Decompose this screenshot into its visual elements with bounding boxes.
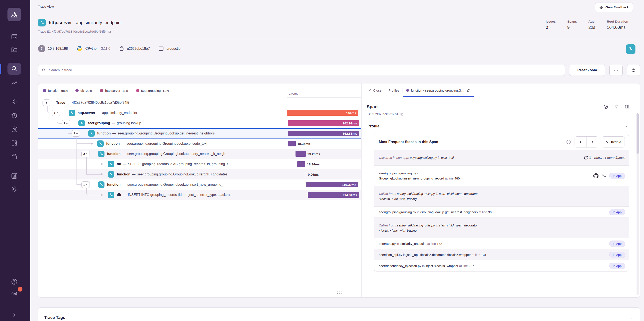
python-icon xyxy=(76,45,83,52)
give-feedback-button[interactable]: Give Feedback xyxy=(595,2,633,12)
drawer-scrollbar[interactable] xyxy=(636,113,639,295)
runtime-tag[interactable]: CPython3.11.0 xyxy=(76,45,110,52)
tree-connector xyxy=(76,154,82,154)
drawer-tab-bar: Close Profiles function - seer.grouping.… xyxy=(362,83,640,97)
show-more-frames-link[interactable]: Show 11 more frames xyxy=(594,156,625,159)
prev-stack-button[interactable] xyxy=(575,137,586,147)
tab-span-active[interactable]: function - seer.grouping.grouping.G… xyxy=(403,83,474,97)
open-profile-button[interactable]: Profile xyxy=(602,136,625,147)
reset-zoom-button[interactable]: Reset Zoom xyxy=(569,65,605,76)
github-icon[interactable] xyxy=(593,173,598,178)
project-avatar xyxy=(108,192,114,198)
close-drawer-button[interactable]: Close xyxy=(364,83,385,97)
sidebar xyxy=(0,0,30,321)
children-count-chip[interactable]: 1 xyxy=(62,120,70,126)
span-details-drawer: Close Profiles function - seer.grouping.… xyxy=(361,83,640,297)
stack-frame-called-from[interactable]: Called from: sentry_sdk/tracing_utils.py… xyxy=(374,218,628,238)
leaf-dot xyxy=(101,194,102,196)
environment-tag[interactable]: production xyxy=(158,46,182,51)
span-row[interactable]: 1 http.server—app.similarity_endpoint 16… xyxy=(38,108,361,118)
stat-value: 9 xyxy=(567,25,577,30)
dashboards-layout-icon[interactable] xyxy=(8,137,21,149)
stack-frame[interactable]: seer/app.py in similarity_endpoint at li… xyxy=(374,238,628,249)
performance-zigzag-icon[interactable] xyxy=(8,78,21,90)
pin-icon[interactable] xyxy=(466,88,471,92)
copy-icon[interactable] xyxy=(107,29,111,33)
in-app-badge: In App xyxy=(609,209,625,215)
issues-inbox-icon[interactable] xyxy=(8,31,21,43)
sentry-logo-icon[interactable] xyxy=(8,8,21,21)
tree-connector xyxy=(76,143,92,144)
copy-icon[interactable] xyxy=(400,112,404,116)
search-input[interactable] xyxy=(48,68,561,72)
children-count-chip[interactable]: 1 xyxy=(52,110,60,116)
replays-clock-icon[interactable] xyxy=(8,110,21,122)
trace-settings-gear-button[interactable] xyxy=(627,65,640,76)
feedback-megaphone-icon[interactable] xyxy=(8,96,21,108)
ip-tag[interactable]: ?10.5.168.198 xyxy=(38,45,68,52)
stat-value: 164.00ms xyxy=(607,25,628,30)
help-icon[interactable] xyxy=(8,276,21,288)
explore-folder-icon[interactable] xyxy=(8,43,21,55)
stack-frame[interactable]: seer/json_api.py in json_api.<locals>.de… xyxy=(374,249,628,260)
seer-claw-icon[interactable] xyxy=(602,174,606,178)
release-tag[interactable]: a2622dbe18e7 xyxy=(119,46,150,51)
stat-label: Root Duration xyxy=(607,20,628,23)
project-avatar xyxy=(78,120,85,126)
more-options-button[interactable] xyxy=(610,65,623,76)
funnel-icon[interactable] xyxy=(614,104,619,109)
sidebar-expand-chevron-icon[interactable] xyxy=(8,309,21,321)
duration-bar[interactable]: 114.31ms xyxy=(308,192,359,198)
stats-chart-icon[interactable] xyxy=(8,170,21,182)
search-icon[interactable] xyxy=(8,63,21,75)
project-avatar-small[interactable] xyxy=(626,44,636,54)
duration-bar[interactable]: 119.30ms xyxy=(306,182,358,187)
chevron-up-icon[interactable] xyxy=(628,317,633,321)
package-icon xyxy=(119,46,124,51)
children-count-chip[interactable]: 2 xyxy=(82,151,90,157)
panel-drag-handle[interactable] xyxy=(337,292,342,294)
project-avatar xyxy=(68,110,75,116)
duration-bar[interactable]: 164ms xyxy=(287,110,358,116)
settings-gear-icon[interactable] xyxy=(8,183,21,195)
tree-connector xyxy=(48,106,52,113)
in-app-badge: In App xyxy=(609,173,625,179)
stack-frame[interactable]: seer/dependency_injection.py in inject.<… xyxy=(374,260,628,271)
children-count-chip[interactable]: 1 xyxy=(82,181,90,188)
alerts-siren-icon[interactable] xyxy=(8,123,21,135)
leaf-dot xyxy=(91,143,93,144)
stack-frame[interactable]: seer/grouping/grouping.py in GroupingLoo… xyxy=(374,206,628,218)
project-avatar xyxy=(97,140,104,147)
releases-archive-icon[interactable] xyxy=(8,151,21,163)
trace-root-row[interactable]: 1 Trace—4f2a57ea703840cc9c1bca7d05bf54f5 xyxy=(38,97,361,108)
funnel-icon xyxy=(605,140,609,144)
children-count-chip[interactable]: 3 xyxy=(72,130,80,137)
tab-profiles[interactable]: Profiles xyxy=(385,83,402,97)
span-row-selected[interactable]: 3 function—seer.grouping.grouping.Groupi… xyxy=(38,128,361,138)
span-row[interactable]: 1 seer.grouping—grouping lookup 162.91ms xyxy=(38,118,361,128)
duration-bar[interactable]: 162.91ms xyxy=(288,120,359,126)
duration-bar[interactable]: 18.34ms xyxy=(297,161,305,167)
stack-frame[interactable]: seer/grouping/grouping.py in GroupingLoo… xyxy=(374,165,628,186)
duration-bar[interactable]: 162.85ms xyxy=(288,131,359,136)
stat-value-age[interactable]: 22s xyxy=(588,25,595,30)
help-circle-icon[interactable] xyxy=(566,139,571,144)
focus-target-icon[interactable] xyxy=(603,104,608,109)
project-avatar xyxy=(108,171,114,178)
next-stack-button[interactable] xyxy=(586,137,598,147)
tree-connector xyxy=(86,157,87,174)
title-sep: - xyxy=(72,20,76,25)
whats-new-broadcast-icon[interactable] xyxy=(8,288,21,300)
gear-icon xyxy=(631,68,636,72)
split-panel-icon[interactable] xyxy=(624,104,630,109)
duration-bar[interactable]: 18.35ms xyxy=(288,141,296,146)
page-title: http.server - app.similarity_endpoint xyxy=(38,19,122,26)
stack-frame-context[interactable]: Occurred in non-app: psycopg/waiting.py … xyxy=(374,150,628,165)
stat-value: 0 xyxy=(546,25,556,30)
project-avatar xyxy=(38,19,46,26)
stack-frame-called-from[interactable]: Called from: sentry_sdk/tracing_utils.py… xyxy=(374,186,628,206)
children-count-chip[interactable]: 1 xyxy=(42,99,50,106)
duration-bar[interactable]: 23.26ms xyxy=(296,151,306,157)
duration-bar[interactable]: 0.06ms xyxy=(306,172,306,177)
chevron-up-icon[interactable] xyxy=(624,124,628,128)
